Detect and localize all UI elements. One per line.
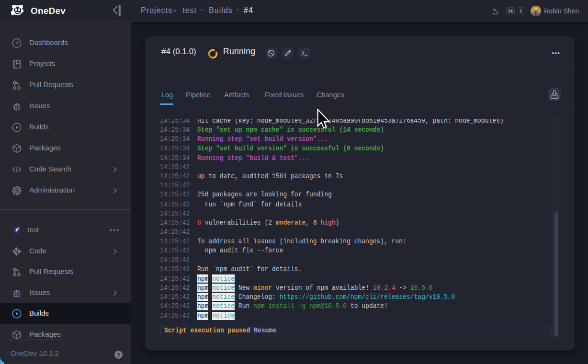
svg-text:?: ? — [117, 352, 120, 358]
